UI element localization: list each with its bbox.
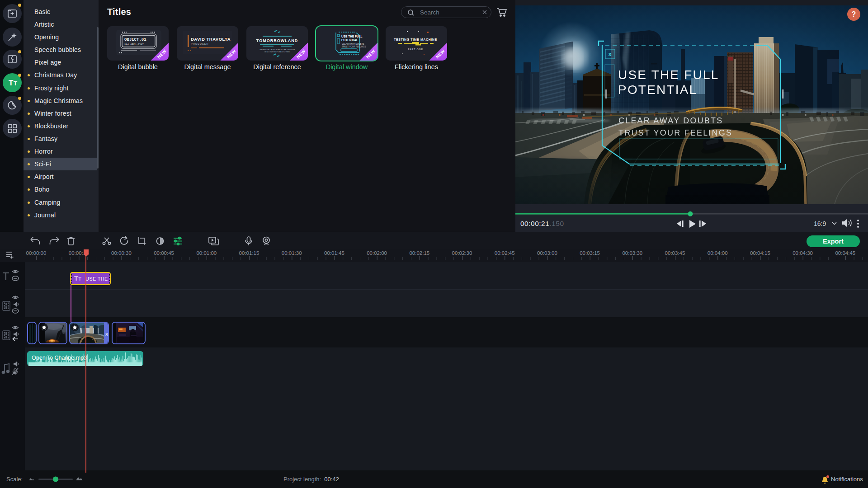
svg-text:DAVID TRAVOLTA: DAVID TRAVOLTA (191, 37, 231, 42)
svg-text:s: s (105, 331, 108, 338)
svg-text:TRUST YOUR FEELINGS: TRUST YOUR FEELINGS (618, 128, 732, 137)
svg-text:IS NO ONE HELPS EACH OTHER: IS NO ONE HELPS EACH OTHER (264, 51, 290, 53)
svg-text:OBJECT.01: OBJECT.01 (124, 38, 146, 42)
svg-text:PART ONE: PART ONE (408, 48, 423, 51)
svg-text:T: T (9, 79, 14, 87)
svg-text:PRODUCER: PRODUCER (191, 42, 208, 45)
svg-text:THE BRIDGE OF PROBLEM IN THE U: THE BRIDGE OF PROBLEM IN THE UNIVERSE (259, 49, 295, 51)
svg-text:TESTING TIME MACHINE: TESTING TIME MACHINE (394, 38, 437, 41)
svg-text:POTENTIAL: POTENTIAL (618, 83, 697, 97)
svg-text:T: T (14, 80, 17, 87)
svg-text:x: x (608, 51, 612, 57)
svg-text:USE THE FULL: USE THE FULL (618, 68, 719, 82)
svg-text:CLEAR AWAY DOUBTS: CLEAR AWAY DOUBTS (342, 43, 364, 45)
svg-text:844.ARKL-2587: 844.ARKL-2587 (124, 43, 144, 46)
svg-text:CLEAR AWAY DOUBTS: CLEAR AWAY DOUBTS (618, 116, 723, 125)
svg-text:POTENTIAL: POTENTIAL (341, 38, 358, 42)
svg-text:USE THE FULL: USE THE FULL (341, 35, 363, 38)
svg-text:TRUST YOUR FEELINGS: TRUST YOUR FEELINGS (342, 46, 366, 48)
svg-text:TOMORROWLAND: TOMORROWLAND (256, 38, 298, 43)
